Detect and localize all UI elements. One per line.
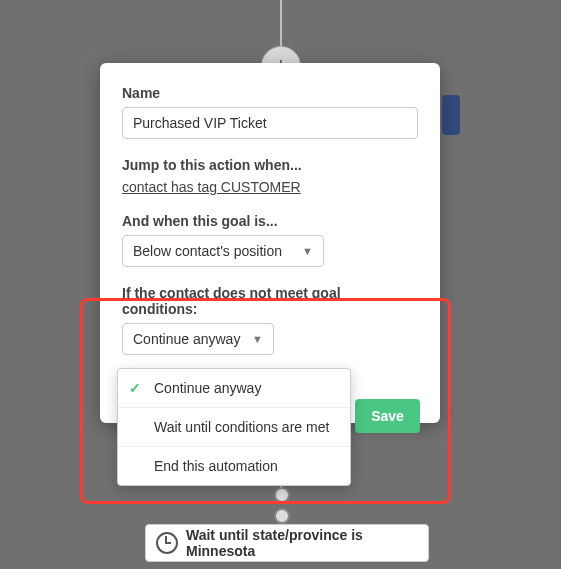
option-continue-anyway[interactable]: ✓ Continue anyway <box>118 369 350 408</box>
option-end-automation[interactable]: End this automation <box>118 447 350 485</box>
connector-dot <box>274 487 290 503</box>
name-label: Name <box>122 85 418 101</box>
goal-position-value: Below contact's position <box>133 243 282 259</box>
option-wait-until-met[interactable]: Wait until conditions are met <box>118 408 350 447</box>
fallback-options-dropdown: ✓ Continue anyway Wait until conditions … <box>117 368 351 486</box>
option-label: Wait until conditions are met <box>154 419 329 435</box>
background-action-card <box>442 95 460 135</box>
jump-label: Jump to this action when... <box>122 157 418 173</box>
clock-icon <box>156 532 178 554</box>
goal-position-select[interactable]: Below contact's position ▼ <box>122 235 324 267</box>
name-input[interactable] <box>122 107 418 139</box>
wait-step-label: Wait until state/province is Minnesota <box>186 527 418 559</box>
name-section: Name <box>122 85 418 139</box>
save-button[interactable]: Save <box>355 399 420 433</box>
check-icon: ✓ <box>129 380 141 396</box>
goal-position-section: And when this goal is... Below contact's… <box>122 213 418 267</box>
jump-condition-link[interactable]: contact has tag CUSTOMER <box>122 179 418 195</box>
wait-step-card[interactable]: Wait until state/province is Minnesota <box>145 524 429 562</box>
fallback-select-value: Continue anyway <box>133 331 240 347</box>
fallback-label: If the contact does not meet goal condit… <box>122 285 418 317</box>
fallback-select[interactable]: Continue anyway ▼ <box>122 323 274 355</box>
jump-section: Jump to this action when... contact has … <box>122 157 418 195</box>
chevron-down-icon: ▼ <box>252 333 263 345</box>
chevron-down-icon: ▼ <box>302 245 313 257</box>
fallback-section: If the contact does not meet goal condit… <box>122 285 418 355</box>
connector-dot <box>274 508 290 524</box>
goal-position-label: And when this goal is... <box>122 213 418 229</box>
option-label: Continue anyway <box>154 380 261 396</box>
option-label: End this automation <box>154 458 278 474</box>
app-canvas: + Wait until state/province is Minnesota… <box>0 0 561 569</box>
